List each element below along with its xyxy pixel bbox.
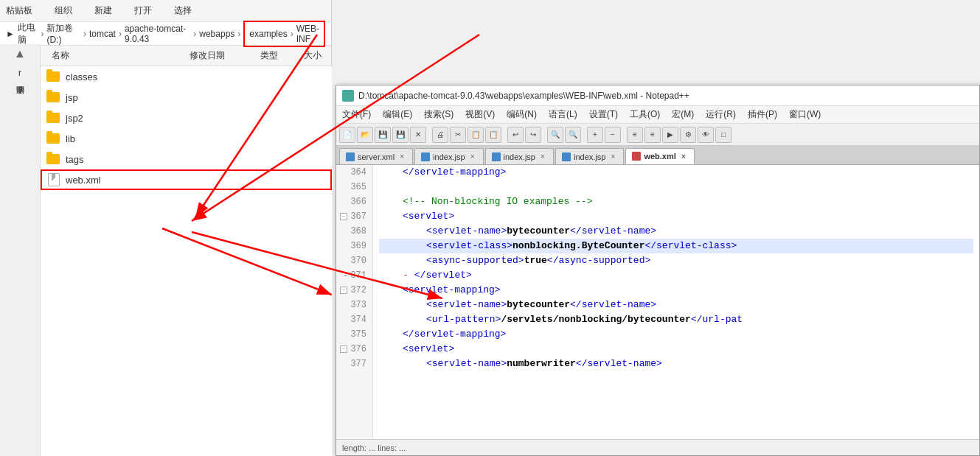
fold-372[interactable]: − — [340, 287, 347, 294]
breadcrumb-webapps[interactable]: webapps — [199, 29, 234, 39]
file-name-jsp2: jsp2 — [66, 113, 83, 124]
tab-close-index1[interactable]: × — [468, 152, 477, 161]
tb-macro[interactable]: ▶ — [662, 127, 678, 143]
file-item-tags[interactable]: tags — [41, 149, 332, 169]
npp-toolbar: 📄 📂 💾 💾 ✕ 🖨 ✂ 📋 📋 ↩ ↪ 🔍 🔍 + − ≡ ≡ ▶ ⚙ 👁 … — [336, 124, 979, 146]
tb-save-all[interactable]: 💾 — [392, 127, 409, 143]
npp-editor: 364 365 366 − 367 368 369 370 - 371 − 37… — [336, 165, 979, 439]
col-date-header: 修改日期 — [170, 49, 244, 62]
code-line-374: <url-pattern>/servlets/nonblocking/bytec… — [379, 312, 973, 327]
tb-eye[interactable]: 👁 — [698, 127, 714, 143]
fold-376[interactable]: − — [340, 345, 347, 353]
menu-encode[interactable]: 编码(N) — [504, 107, 540, 122]
menu-language[interactable]: 语言(L) — [546, 107, 580, 122]
tab-label-webxml: web.xml — [644, 152, 675, 161]
folder-icon-jsp — [46, 92, 60, 102]
up-arrow[interactable]: ▲ — [14, 47, 26, 60]
breadcrumb-drive[interactable]: 新加卷 (D:) — [46, 22, 80, 45]
breadcrumb-tomcat[interactable]: tomcat — [89, 29, 116, 39]
file-item-jsp[interactable]: jsp — [41, 87, 332, 108]
menu-plugin[interactable]: 插件(P) — [745, 107, 780, 122]
linenum-366: 366 — [339, 194, 369, 209]
menu-file[interactable]: 文件(F) — [339, 107, 374, 122]
fold-367[interactable]: − — [340, 213, 347, 220]
menu-tools[interactable]: 工具(O) — [627, 107, 663, 122]
code-line-376: <servlet> — [379, 342, 973, 357]
toolbar-open[interactable]: 打开 — [134, 4, 152, 17]
tab-server-xml[interactable]: server.xml × — [339, 148, 413, 164]
tab-icon-index2 — [492, 152, 501, 161]
menu-run[interactable]: 运行(R) — [703, 107, 739, 122]
column-headers: 名称 修改日期 类型 大小 — [0, 46, 331, 66]
code-line-367: <servlet> — [379, 209, 973, 224]
tb-open[interactable]: 📂 — [357, 127, 373, 143]
npp-title-text: D:\tomcat\apache-tomcat-9.0.43\webapps\e… — [358, 91, 689, 101]
tab-label-index3: index.jsp — [574, 152, 605, 161]
tb-copy[interactable]: 📋 — [468, 127, 484, 143]
tab-close-index2[interactable]: × — [538, 152, 547, 161]
menu-edit[interactable]: 编辑(E) — [380, 107, 415, 122]
file-icon-webxml — [48, 173, 60, 186]
notepad-window: D:\tomcat\apache-tomcat-9.0.43\webapps\e… — [336, 85, 980, 456]
breadcrumb-pc[interactable]: 此电脑 — [18, 21, 38, 46]
toolbar-select[interactable]: 选择 — [174, 4, 192, 17]
file-item-webxml[interactable]: web.xml — [41, 169, 332, 190]
toolbar-organize[interactable]: 组织 — [55, 4, 72, 17]
code-content[interactable]: </servlet-mapping> <!-- Non-blocking IO … — [373, 165, 979, 439]
breadcrumb-webinf[interactable]: WEB-INF — [296, 24, 319, 44]
linenum-377: 377 — [339, 357, 369, 371]
menu-macro[interactable]: 宏(M) — [669, 107, 697, 122]
npp-titlebar: D:\tomcat\apache-tomcat-9.0.43\webapps\e… — [336, 85, 979, 106]
tb-zoom-out[interactable]: − — [605, 127, 621, 143]
menu-search[interactable]: 搜索(S) — [421, 107, 456, 122]
linenum-365: 365 — [339, 180, 369, 194]
linenum-372: − 372 — [339, 283, 369, 298]
folder-icon-tags — [46, 154, 60, 164]
breadcrumb-apache[interactable]: apache-tomcat-9.0.43 — [125, 24, 190, 44]
folder-icon-classes — [46, 71, 60, 82]
linenum-367: − 367 — [339, 209, 369, 224]
tb-paste[interactable]: 📋 — [485, 127, 501, 143]
code-line-365 — [379, 180, 973, 194]
tab-close-server[interactable]: × — [397, 152, 406, 161]
tb-find[interactable]: 🔍 — [547, 127, 563, 143]
file-list: classes jsp jsp2 lib tags web.xml — [41, 66, 332, 456]
tab-index-jsp-1[interactable]: index.jsp × — [414, 148, 483, 164]
tb-cut[interactable]: ✂ — [450, 127, 466, 143]
tb-close[interactable]: ✕ — [410, 127, 426, 143]
breadcrumb-highlight-box: examples › WEB-INF — [243, 21, 325, 47]
tab-close-index3[interactable]: × — [608, 152, 617, 161]
toolbar-paste[interactable]: 粘贴板 — [6, 4, 32, 17]
file-item-lib[interactable]: lib — [41, 128, 332, 149]
tb-save[interactable]: 💾 — [375, 127, 391, 143]
tb-redo[interactable]: ↪ — [525, 127, 541, 143]
tb-find2[interactable]: 🔍 — [565, 127, 581, 143]
tab-web-xml[interactable]: web.xml × — [625, 148, 694, 164]
toolbar-new[interactable]: 新建 — [94, 4, 112, 17]
tb-zoom-in[interactable]: + — [587, 127, 603, 143]
file-item-jsp2[interactable]: jsp2 — [41, 108, 332, 128]
tb-indent[interactable]: ≡ — [627, 127, 643, 143]
linenum-373: 373 — [339, 298, 369, 312]
tab-index-jsp-2[interactable]: index.jsp × — [485, 148, 554, 164]
breadcrumb-examples[interactable]: examples — [249, 29, 287, 39]
npp-tabs: server.xml × index.jsp × index.jsp × ind… — [336, 146, 979, 165]
file-item-classes[interactable]: classes — [41, 66, 332, 87]
menu-view[interactable]: 视图(V) — [462, 107, 498, 122]
tb-undo[interactable]: ↩ — [507, 127, 524, 143]
tab-index-jsp-3[interactable]: index.jsp × — [555, 148, 624, 164]
explorer-panel: 粘贴板 组织 新建 打开 选择 ► 此电脑 › 新加卷 (D:) › tomca… — [0, 0, 332, 456]
tab-close-webxml[interactable]: × — [679, 152, 688, 161]
tb-extra[interactable]: ⚙ — [680, 127, 696, 143]
code-line-372: <servlet-mapping> — [379, 283, 973, 298]
tb-new[interactable]: 📄 — [339, 127, 355, 143]
tb-print[interactable]: 🖨 — [432, 127, 448, 143]
tb-extra2[interactable]: □ — [715, 127, 731, 143]
tb-outdent[interactable]: ≡ — [644, 127, 661, 143]
menu-window[interactable]: 窗口(W) — [786, 107, 824, 122]
tab-icon-index1 — [421, 152, 430, 161]
menu-settings[interactable]: 设置(T) — [586, 107, 621, 122]
breadcrumb-arrow: ► — [6, 29, 15, 39]
file-name-jsp: jsp — [66, 92, 78, 103]
tab-label-index1: index.jsp — [433, 152, 465, 161]
